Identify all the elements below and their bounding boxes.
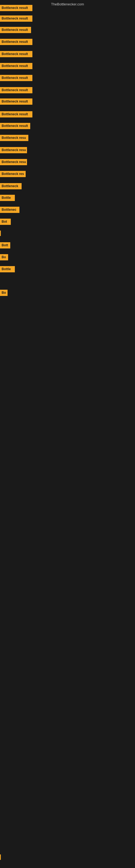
bottleneck-badge-18: Bot [0, 219, 11, 225]
bottleneck-badge-14: Bottleneck res [0, 171, 26, 177]
bottleneck-badge-4: Bottleneck result [0, 51, 32, 57]
vertical-bar-19 [0, 230, 1, 236]
bottleneck-badge-6: Bottleneck result [0, 75, 32, 81]
bottleneck-badge-21: Bo [0, 254, 8, 260]
bottleneck-badge-0: Bottleneck result [0, 5, 32, 11]
bottleneck-badge-3: Bottleneck result [0, 39, 32, 45]
bottleneck-badge-13: Bottleneck resu [0, 159, 27, 165]
bottleneck-badge-8: Bottleneck result [0, 98, 32, 105]
bottleneck-badge-12: Bottleneck resu [0, 147, 27, 153]
bottleneck-badge-16: Bottle [0, 195, 15, 201]
bottleneck-badge-22: Bottle [0, 266, 15, 272]
bottleneck-badge-7: Bottleneck result [0, 87, 32, 93]
bottleneck-badge-11: Bottleneck resu [0, 135, 28, 141]
bottleneck-badge-17: Bottlenec [0, 207, 19, 213]
bottleneck-badge-9: Bottleneck result [0, 111, 32, 118]
bottleneck-badge-10: Bottleneck result [0, 123, 30, 129]
bottleneck-badge-15: Bottleneck [0, 183, 21, 189]
bottleneck-badge-1: Bottleneck result [0, 16, 32, 22]
bottleneck-badge-2: Bottleneck result [0, 27, 31, 33]
bottleneck-badge-5: Bottleneck result [0, 63, 32, 69]
site-title: TheBottlenecker.com [51, 2, 84, 6]
bottleneck-badge-20: Bott [0, 242, 10, 248]
vertical-bar-37 [0, 855, 1, 860]
bottleneck-badge-24: Bo [0, 290, 8, 296]
